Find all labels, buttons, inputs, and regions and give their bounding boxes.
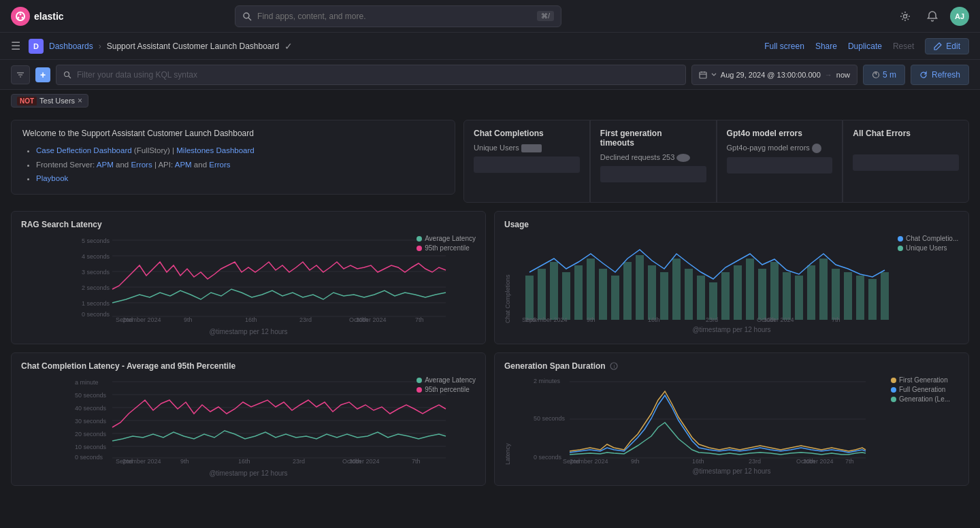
legend-chat-completions: Chat Completio...	[898, 235, 959, 242]
kql-filter-input[interactable]: Filter your data using KQL syntax	[56, 65, 686, 85]
milestones-dashboard-link[interactable]: Milestones Dashboard	[176, 146, 254, 154]
usage-legend: Chat Completio... Unique Users	[898, 235, 959, 323]
chart-rag-container: 5 seconds 4 seconds 3 seconds 2 seconds …	[21, 235, 476, 325]
svg-rect-58	[783, 272, 791, 320]
welcome-panel: Welcome to the Support Assistant Custome…	[11, 120, 455, 195]
svg-text:September 2024: September 2024	[116, 316, 161, 323]
api-apm-link[interactable]: APM	[175, 161, 192, 169]
edit-icon	[934, 42, 942, 50]
tag-close-button[interactable]: ×	[78, 96, 82, 105]
search-input[interactable]	[257, 12, 532, 21]
svg-text:3 seconds: 3 seconds	[82, 269, 110, 276]
chart-completion-container: a minute 50 seconds 40 seconds 30 second…	[21, 376, 476, 467]
chart-usage: Usage Chat Completions	[494, 211, 969, 344]
settings-icon[interactable]	[896, 7, 915, 26]
date-end: now	[836, 71, 850, 79]
svg-rect-55	[746, 259, 754, 320]
breadcrumb-separator: ›	[99, 42, 101, 51]
metric-all-chat-errors: All Chat Errors	[843, 120, 969, 203]
date-arrow: →	[825, 71, 832, 79]
svg-point-2	[18, 16, 20, 18]
chart-gen-span-svg: 2 minutes 50 seconds 0 seconds 2nd Septe…	[514, 376, 891, 465]
svg-text:October 2024: October 2024	[342, 458, 380, 465]
frontend-errors-link[interactable]: Errors	[131, 161, 152, 169]
svg-text:7th: 7th	[415, 316, 424, 323]
chart-rag-svg: 5 seconds 4 seconds 3 seconds 2 seconds …	[21, 235, 476, 323]
calendar-icon	[699, 71, 707, 79]
app-name: elastic	[34, 11, 64, 22]
svg-rect-60	[807, 265, 815, 320]
chart-rag-search-latency: RAG Search Latency 5 seconds 4 seconds 3…	[11, 211, 486, 344]
tag-bar: NOT Test Users ×	[0, 90, 980, 112]
svg-text:23rd: 23rd	[299, 316, 312, 323]
chart-footer-usage: @timestamp per 12 hours	[504, 326, 959, 333]
metric-subtitle-declined: Declined requests 253	[600, 153, 706, 162]
metric-bar-chat-completions	[474, 156, 580, 173]
chart-title-completion-latency: Chat Completion Latency - Average and 95…	[21, 361, 476, 371]
svg-rect-41	[574, 265, 583, 320]
svg-text:9th: 9th	[180, 458, 189, 465]
svg-text:9th: 9th	[184, 316, 193, 323]
svg-rect-51	[697, 276, 705, 320]
duplicate-link[interactable]: Duplicate	[848, 42, 882, 51]
svg-rect-45	[623, 262, 632, 320]
kql-placeholder: Filter your data using KQL syntax	[77, 70, 197, 80]
edit-button[interactable]: Edit	[925, 38, 969, 54]
refresh-button[interactable]: Refresh	[911, 65, 969, 85]
add-filter-button[interactable]: +	[35, 67, 50, 82]
interval-icon	[872, 71, 880, 79]
share-link[interactable]: Share	[815, 42, 837, 51]
date-picker[interactable]: Aug 29, 2024 @ 13:00:00.000 → now	[691, 65, 858, 85]
breadcrumb-d: D	[29, 39, 44, 54]
user-avatar[interactable]: AJ	[950, 7, 969, 26]
svg-text:September 2024: September 2024	[563, 458, 608, 465]
svg-rect-47	[648, 265, 656, 320]
breadcrumb-current: Support Assistant Customer Launch Dashbo…	[107, 42, 279, 51]
svg-text:7th: 7th	[412, 458, 421, 465]
breadcrumb-dashboards[interactable]: Dashboards	[49, 42, 93, 51]
svg-text:23rd: 23rd	[749, 458, 761, 465]
metric-title-gpt4o: Gpt4o model errors	[727, 129, 833, 138]
svg-text:20 seconds: 20 seconds	[75, 431, 107, 438]
legend-gen-le: Generation (Le...	[891, 395, 959, 403]
top-nav: elastic ⌘/ AJ	[0, 0, 980, 33]
case-deflection-link[interactable]: Case Deflection Dashboard	[36, 146, 132, 154]
metric-title-all-chat-errors: All Chat Errors	[853, 129, 959, 138]
chart-completion-latency: Chat Completion Latency - Average and 95…	[11, 352, 486, 486]
global-search[interactable]: ⌘/	[235, 5, 561, 27]
elastic-logo: elastic	[11, 7, 64, 26]
svg-text:0 seconds: 0 seconds	[75, 454, 103, 461]
interval-display[interactable]: 5 m	[863, 65, 905, 85]
svg-text:16th: 16th	[692, 458, 704, 465]
playbook-link[interactable]: Playbook	[36, 174, 68, 182]
chart-title-usage: Usage	[504, 220, 959, 229]
svg-text:16th: 16th	[238, 458, 250, 465]
svg-text:10 seconds: 10 seconds	[75, 444, 107, 450]
svg-text:50 seconds: 50 seconds	[534, 415, 566, 422]
frontend-apm-link[interactable]: APM	[97, 161, 114, 169]
filter-bar: + Filter your data using KQL syntax Aug …	[0, 60, 980, 90]
reset-link[interactable]: Reset	[893, 42, 914, 51]
legend-unique-users: Unique Users	[898, 244, 959, 252]
elastic-logo-icon	[11, 7, 30, 26]
legend-95th: 95th percentile	[416, 244, 476, 252]
svg-rect-63	[844, 272, 852, 320]
metric-bar-all-chat-errors	[853, 154, 959, 171]
legend-avg-latency-2: Average Latency	[416, 376, 476, 384]
metric-title-first-gen: First generationtimeouts	[600, 129, 706, 148]
filter-options-button[interactable]	[11, 65, 30, 84]
breadcrumb-edit-check[interactable]: ✓	[284, 41, 293, 52]
interval-value: 5 m	[883, 70, 896, 80]
svg-rect-37	[525, 276, 534, 320]
svg-rect-43	[599, 269, 607, 320]
legend-95th-2: 95th percentile	[416, 386, 476, 393]
svg-text:0 seconds: 0 seconds	[82, 311, 110, 318]
api-errors-link[interactable]: Errors	[209, 161, 230, 169]
svg-rect-59	[795, 276, 803, 320]
svg-rect-64	[856, 276, 864, 320]
notifications-icon[interactable]	[923, 7, 942, 26]
menu-toggle[interactable]: ☰	[11, 39, 20, 52]
filter-tag-not-test-users[interactable]: NOT Test Users ×	[11, 94, 88, 108]
full-screen-link[interactable]: Full screen	[764, 42, 804, 51]
svg-rect-44	[611, 276, 619, 320]
